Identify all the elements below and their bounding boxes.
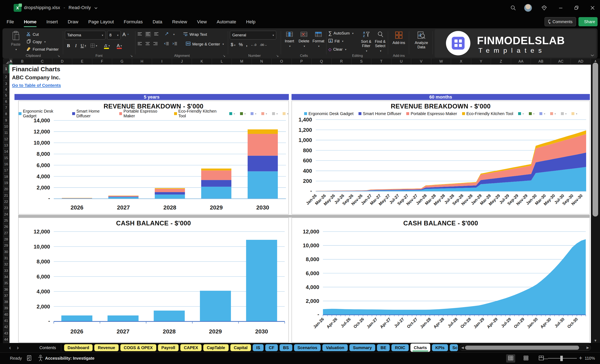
row-header-30[interactable]: 30 [3, 249, 9, 255]
zoom-slider-thumb[interactable] [560, 356, 563, 361]
sheet-tab-scenarios[interactable]: Scenarios [294, 344, 321, 351]
chart-revenue-5y[interactable]: REVENUE BREAKDOWN - $'000 Ergonomic Desk… [18, 100, 289, 214]
alignment-dialog-launcher[interactable]: ↘ [223, 54, 225, 58]
row-header-29[interactable]: 29 [3, 243, 9, 249]
column-header-T[interactable]: T [371, 58, 391, 65]
sheet-tab-bs[interactable]: BS [280, 344, 292, 351]
row-header-44[interactable]: 44 [3, 337, 9, 343]
row-header-32[interactable]: 32 [3, 262, 9, 268]
row-header-37[interactable]: 37 [3, 293, 9, 299]
row-header-20[interactable]: 20 [3, 186, 9, 192]
orientation-icon[interactable] [165, 32, 169, 37]
align-right-icon[interactable] [153, 42, 158, 46]
clipboard-dialog-launcher[interactable]: ↘ [57, 54, 60, 58]
share-button[interactable]: Share [579, 17, 598, 26]
currency-format-button[interactable]: $▾ [231, 42, 235, 47]
accessibility-icon[interactable] [38, 355, 43, 362]
merge-center-button[interactable]: Merge & Center ▾ [186, 42, 224, 47]
column-header-D[interactable]: D [52, 58, 72, 65]
macro-record-icon[interactable] [27, 355, 32, 362]
row-header-1[interactable]: 1 [3, 65, 9, 73]
sort-filter-button[interactable]: AZ Sort & Filter▾ [360, 31, 373, 53]
row-header-12[interactable]: 12 [3, 136, 9, 142]
sheet-tab-capex[interactable]: CAPEX [180, 344, 202, 351]
sheet-tab-contents[interactable]: Contents [36, 344, 61, 351]
row-header-6[interactable]: 6 [3, 99, 9, 105]
column-header-AD[interactable]: AD [571, 58, 591, 65]
find-select-button[interactable]: Find & Select▾ [374, 31, 387, 53]
chevron-down-icon[interactable] [94, 7, 98, 9]
column-header-E[interactable]: E [72, 58, 92, 65]
accessibility-status[interactable]: Accessibility: Investigate [45, 356, 94, 361]
avatar[interactable] [524, 4, 532, 12]
column-header-H[interactable]: H [132, 58, 152, 65]
row-header-38[interactable]: 38 [3, 299, 9, 305]
sheet-tab-payroll[interactable]: Payroll [158, 344, 179, 351]
row-header-35[interactable]: 35 [3, 280, 9, 287]
format-painter-button[interactable]: Format Painter [27, 46, 59, 52]
menu-tab-draw[interactable]: Draw [67, 18, 79, 26]
row-header-43[interactable]: 43 [3, 330, 9, 337]
row-header-16[interactable]: 16 [3, 161, 9, 167]
row-header-11[interactable]: 11 [3, 130, 9, 136]
row-header-33[interactable]: 33 [3, 268, 9, 274]
column-header-Q[interactable]: Q [312, 58, 331, 65]
chart-cash-60m[interactable]: CASH BALANCE - $'000 2,0004,0006,0008,00… [291, 218, 590, 343]
wrap-text-button[interactable]: Wrap Text [183, 32, 207, 37]
scroll-down-icon[interactable]: ▼ [591, 339, 600, 343]
document-mode[interactable]: Read-Only [69, 5, 91, 10]
scroll-left-icon[interactable]: ◀ [461, 346, 464, 350]
restore-icon[interactable] [572, 4, 581, 12]
decrease-decimal-button[interactable]: .00→ [260, 43, 267, 46]
row-header-17[interactable]: 17 [3, 168, 9, 174]
column-header-P[interactable]: P [292, 58, 312, 65]
menu-tab-page-layout[interactable]: Page Layout [88, 18, 114, 26]
menu-tab-help[interactable]: Help [246, 18, 256, 26]
row-header-31[interactable]: 31 [3, 255, 9, 261]
sheet-tab-capital[interactable]: Capital [230, 344, 251, 351]
horizontal-scroll-thumb[interactable] [465, 346, 579, 350]
chart-cash-5y[interactable]: CASH BALANCE - $'000 2,0004,0006,0008,00… [18, 218, 289, 343]
row-header-13[interactable]: 13 [3, 142, 9, 148]
row-header-4[interactable]: 4 [3, 87, 9, 92]
row-header-36[interactable]: 36 [3, 287, 9, 293]
column-header-A[interactable]: A [9, 58, 12, 65]
sheet-tab-dashboard[interactable]: Dashboard [64, 344, 93, 351]
underline-button[interactable]: U▾ [80, 42, 87, 49]
font-color-button[interactable]: A▾ [116, 42, 123, 49]
sheet-tab-charts[interactable]: Charts [410, 344, 430, 352]
sheet-tab-cf[interactable]: CF [265, 344, 278, 351]
sheet-tab-is[interactable]: IS [253, 344, 264, 351]
row-header-15[interactable]: 15 [3, 155, 9, 161]
row-header-9[interactable]: 9 [3, 117, 9, 124]
page-layout-view-button[interactable] [521, 354, 531, 363]
search-icon[interactable] [509, 4, 517, 12]
normal-view-button[interactable] [506, 354, 515, 363]
zoom-in-icon[interactable]: + [579, 355, 582, 361]
column-header-V[interactable]: V [411, 58, 431, 65]
column-header-L[interactable]: L [212, 58, 232, 65]
table-of-contents-link[interactable]: Go to Table of Contents [12, 83, 61, 88]
delete-cells-button[interactable]: Delete▾ [297, 31, 310, 48]
row-header-26[interactable]: 26 [3, 224, 9, 230]
minimize-icon[interactable] [557, 4, 565, 12]
zoom-level[interactable]: 110% [585, 356, 595, 361]
menu-tab-data[interactable]: Data [152, 18, 162, 26]
row-header-42[interactable]: 42 [3, 324, 9, 330]
column-header-Y[interactable]: Y [471, 58, 491, 65]
sheet-tab-valuation[interactable]: Valuation [322, 344, 348, 351]
align-bottom-icon[interactable] [154, 32, 159, 37]
sheet-nav-left-icon[interactable]: ‹ [6, 344, 14, 351]
row-header-21[interactable]: 21 [3, 192, 9, 199]
row-header-3[interactable]: 3 [3, 81, 9, 87]
column-header-G[interactable]: G [112, 58, 132, 65]
font-dialog-launcher[interactable]: ↘ [130, 54, 133, 58]
font-family-select[interactable]: Tahoma▾ [65, 31, 105, 39]
sheet-tab-be[interactable]: BE [377, 344, 390, 351]
align-center-icon[interactable] [145, 42, 150, 46]
row-header-24[interactable]: 24 [3, 211, 9, 218]
vertical-scroll-thumb[interactable] [592, 63, 598, 217]
row-header-27[interactable]: 27 [3, 230, 9, 236]
menu-tab-view[interactable]: View [197, 18, 207, 26]
select-all-corner[interactable] [3, 58, 9, 65]
